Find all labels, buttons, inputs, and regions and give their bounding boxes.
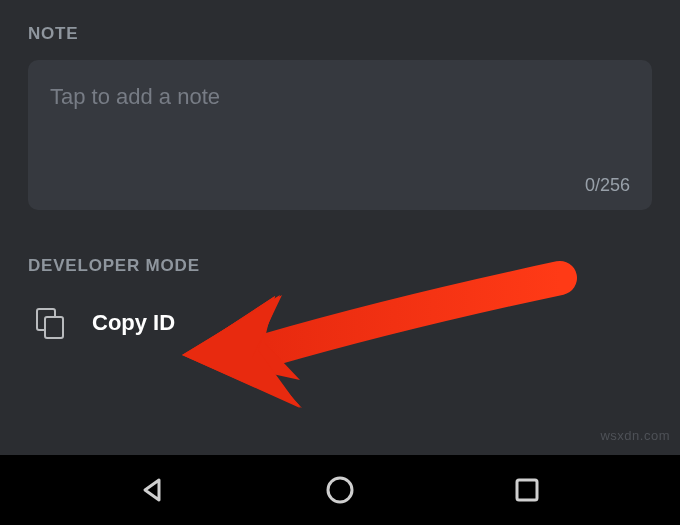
copy-id-button[interactable]: Copy ID <box>28 304 652 342</box>
copy-id-label: Copy ID <box>92 310 175 336</box>
nav-home-icon <box>324 474 356 506</box>
nav-back-icon <box>139 476 167 504</box>
nav-recent-button[interactable] <box>509 472 545 508</box>
note-input-box[interactable]: Tap to add a note 0/256 <box>28 60 652 210</box>
developer-mode-label: DEVELOPER MODE <box>28 256 652 276</box>
nav-home-button[interactable] <box>322 472 358 508</box>
watermark-text: wsxdn.com <box>600 428 670 443</box>
note-char-counter: 0/256 <box>585 175 630 196</box>
note-placeholder: Tap to add a note <box>50 84 630 110</box>
svg-point-0 <box>328 478 352 502</box>
android-nav-bar <box>0 455 680 525</box>
nav-back-button[interactable] <box>135 472 171 508</box>
nav-recent-icon <box>514 477 540 503</box>
svg-rect-1 <box>517 480 537 500</box>
content-area: NOTE Tap to add a note 0/256 DEVELOPER M… <box>0 0 680 455</box>
app-screen: NOTE Tap to add a note 0/256 DEVELOPER M… <box>0 0 680 525</box>
copy-icon <box>36 308 66 338</box>
note-section-label: NOTE <box>28 24 652 44</box>
developer-mode-section: DEVELOPER MODE Copy ID <box>28 256 652 342</box>
